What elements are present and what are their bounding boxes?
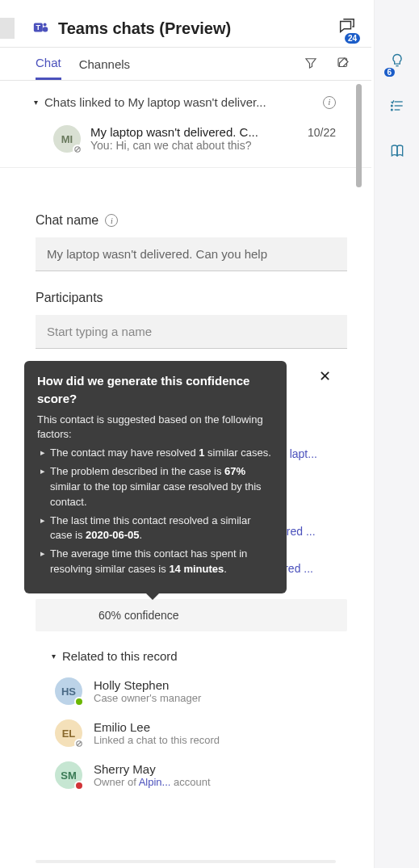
svg-rect-3: [43, 27, 48, 31]
rail-knowledge-button[interactable]: [389, 143, 405, 162]
svg-point-12: [391, 105, 392, 107]
confidence-tooltip: ✕ How did we generate this confidence sc…: [24, 361, 287, 593]
presence-indicator: [73, 145, 82, 154]
chat-list-scroll[interactable]: ▾ Chats linked to My laptop wasn't deliv…: [0, 81, 371, 194]
tab-chat[interactable]: Chat: [36, 56, 61, 80]
tooltip-intro: This contact is suggested based on the f…: [37, 413, 274, 443]
rail-insights-button[interactable]: 6: [389, 52, 405, 72]
svg-line-8: [78, 742, 81, 745]
info-icon[interactable]: i: [323, 96, 336, 109]
related-contact[interactable]: ELEmilio LeeLinked a chat to this record: [0, 710, 371, 752]
info-icon[interactable]: i: [105, 214, 118, 227]
caret-down-icon: ▾: [34, 98, 38, 107]
teams-logo-icon: T: [32, 19, 50, 37]
tooltip-close-button[interactable]: ✕: [319, 366, 331, 387]
presence-indicator: [74, 739, 84, 748]
tabs-row: Chat Channels: [0, 48, 371, 81]
avatar: EL: [55, 719, 82, 747]
tooltip-title: How did we generate this confidence scor…: [37, 372, 274, 408]
svg-point-13: [391, 109, 392, 111]
caret-down-icon: ▾: [52, 652, 56, 660]
chat-list-item[interactable]: MI My laptop wasn't delivered. C... 10/2…: [0, 114, 371, 168]
chat-name-label: Chat name: [36, 213, 98, 228]
offline-icon: [74, 146, 81, 153]
filter-button[interactable]: [304, 56, 318, 80]
related-header[interactable]: ▾ Related to this record: [0, 631, 371, 668]
list-check-icon: [389, 98, 405, 114]
tab-channels[interactable]: Channels: [79, 57, 130, 79]
participants-input[interactable]: [36, 315, 347, 349]
contact-name: Sherry May: [94, 762, 211, 776]
lightbulb-icon: [389, 52, 405, 69]
contact-subtitle: Owner of Alpin... account: [94, 776, 211, 788]
svg-point-2: [44, 23, 47, 26]
svg-text:T: T: [36, 23, 41, 31]
confidence-row[interactable]: ered ... 60% confidence: [36, 599, 347, 631]
avatar-initials: SM: [61, 769, 77, 782]
bottom-scrollbar[interactable]: [36, 860, 336, 863]
avatar: MI: [53, 125, 81, 153]
side-rail: 6: [374, 0, 419, 868]
avatar-initials: MI: [61, 133, 73, 145]
compose-icon: [336, 56, 350, 70]
avatar-initials: HS: [61, 686, 76, 698]
presence-indicator: [74, 781, 84, 790]
rail-badge: 6: [384, 68, 396, 77]
tooltip-factor-list: The contact may have resolved 1 similar …: [37, 446, 274, 577]
new-chat-button[interactable]: [336, 56, 350, 80]
confidence-label: 60% confidence: [98, 609, 179, 622]
contact-name: Emilio Lee: [94, 720, 220, 734]
participants-label-row: Participants: [0, 271, 371, 312]
rail-list-button[interactable]: [389, 98, 405, 117]
chat-date: 10/22: [308, 126, 336, 139]
contact-subtitle: Case owner's manager: [94, 692, 201, 704]
filter-icon: [304, 56, 318, 70]
linked-chats-header[interactable]: ▾ Chats linked to My laptop wasn't deliv…: [0, 81, 371, 114]
related-contact[interactable]: SMSherry MayOwner of Alpin... account: [0, 752, 371, 794]
svg-line-6: [76, 148, 79, 151]
contact-subtitle: Linked a chat to this record: [94, 734, 220, 746]
panel-header: T Teams chats (Preview) 24: [0, 0, 371, 48]
tooltip-factor: The problem described in the case is 67%…: [40, 464, 274, 510]
scrollbar-thumb[interactable]: [356, 84, 362, 187]
related-contact[interactable]: HSHolly StephenCase owner's manager: [0, 668, 371, 710]
avatar: SM: [55, 761, 82, 789]
book-icon: [389, 143, 405, 159]
chat-name-input[interactable]: [36, 237, 347, 271]
contact-name: Holly Stephen: [94, 678, 201, 692]
chat-title: My laptop wasn't delivered. C...: [90, 125, 301, 139]
account-link[interactable]: Alpin...: [139, 776, 171, 788]
compose-button[interactable]: 24: [337, 18, 355, 39]
tooltip-arrow-icon: [145, 593, 160, 600]
tooltip-factor: The last time this contact resolved a si…: [40, 514, 274, 544]
avatar-initials: EL: [62, 728, 76, 740]
presence-indicator: [74, 697, 84, 707]
related-title: Related to this record: [62, 649, 178, 663]
tooltip-factor: The contact may have resolved 1 similar …: [40, 446, 274, 461]
compose-badge: 24: [345, 33, 360, 44]
participants-label: Participants: [36, 291, 103, 305]
chat-name-label-row: Chat name i: [0, 194, 371, 234]
avatar: HS: [55, 677, 82, 705]
chat-preview: You: Hi, can we chat about this?: [90, 139, 336, 152]
gray-bar: [0, 18, 15, 39]
linked-chats-title: Chats linked to My laptop wasn't deliver…: [44, 95, 316, 109]
tooltip-factor: The average time this contact has spent …: [40, 547, 274, 577]
header-title: Teams chats (Preview): [58, 19, 329, 38]
